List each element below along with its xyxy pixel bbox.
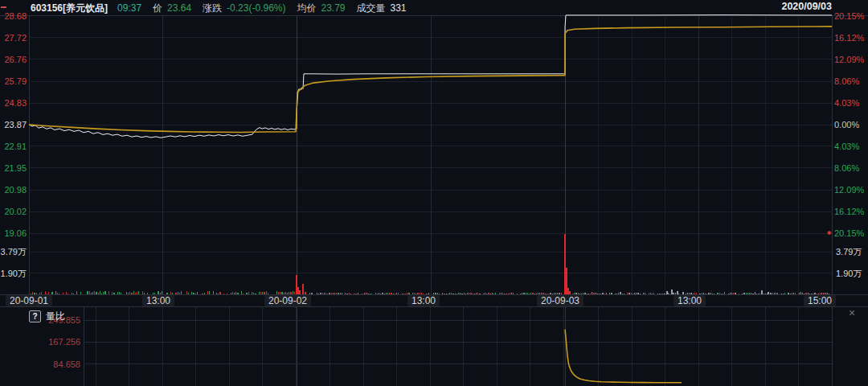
percent-axis-label: 8.06% (834, 163, 859, 172)
star-marker-icon: ✱ (827, 230, 832, 236)
time-axis-label: 13:00 (387, 295, 460, 306)
quote-header: 603156[养元饮品] 09:37 价 23.64 涨跌 -0.23(-0.9… (31, 1, 418, 15)
time-axis-label: 13:00 (122, 295, 194, 306)
close-icon[interactable]: × (849, 306, 855, 319)
time-axis-label: 13:00 (653, 295, 726, 306)
price-axis-label: 25.79 (0, 77, 27, 86)
avg-price-label: 均价 (297, 2, 316, 15)
volume-axis-label: 3.79万 (0, 248, 27, 257)
percent-axis-label: 20.15% (834, 11, 864, 20)
price-axis-label: 26.76 (0, 55, 27, 64)
volume-axis-label: 1.90万 (836, 269, 862, 277)
sub-axis-label: 167.256 (0, 338, 80, 347)
sub-panel-header: ? 量比 (29, 310, 65, 323)
time-axis-label: 20-09-03 (524, 295, 596, 306)
percent-axis-label: 12.09% (834, 55, 864, 64)
sub-panel-title: 量比 (46, 310, 65, 323)
percent-axis-label: 20.15% (834, 229, 864, 238)
current-date: 2020/09/03 (781, 1, 832, 12)
percent-axis-label: 16.12% (834, 33, 864, 42)
price-axis-label: 28.68 (0, 11, 27, 20)
percent-axis-label: 16.12% (834, 207, 864, 216)
stock-chart-window: 603156[养元饮品] 09:37 价 23.64 涨跌 -0.23(-0.9… (0, 0, 868, 386)
percent-axis-label: 4.03% (834, 142, 859, 150)
percent-axis-label: 0.00% (834, 121, 859, 129)
price-value: 23.64 (167, 2, 191, 14)
left-axis-tick (1, 6, 6, 8)
price-axis-label: 23.87 (0, 121, 27, 129)
price-axis-label: 22.91 (0, 142, 27, 150)
symbol-name: 603156[养元饮品] (31, 2, 108, 15)
time-axis-label: 15:00 (784, 295, 856, 306)
help-icon[interactable]: ? (29, 310, 41, 322)
change-value: -0.23(-0.96%) (227, 2, 285, 14)
price-axis-label: 24.83 (0, 99, 27, 108)
volume-axis-label: 3.79万 (836, 248, 862, 257)
volume-axis-label: 1.90万 (0, 269, 27, 277)
volume-value: 331 (391, 2, 407, 14)
sub-axis-label: 84.658 (0, 359, 80, 368)
time-axis-label: 20-09-02 (252, 295, 324, 306)
price-axis-label: 19.06 (0, 229, 27, 238)
cursor-time: 09:37 (117, 2, 141, 14)
change-label: 涨跌 (203, 2, 222, 15)
price-axis-label: 21.95 (0, 163, 27, 172)
time-axis-label: 20-09-01 (0, 295, 65, 306)
price-axis-label: 27.72 (0, 33, 27, 42)
avg-price-value: 23.79 (321, 2, 345, 14)
percent-axis-label: 4.03% (834, 99, 859, 108)
price-label: 价 (153, 2, 162, 15)
chart-canvas[interactable] (0, 0, 868, 386)
percent-axis-label: 12.09% (834, 186, 864, 195)
price-axis-label: 20.02 (0, 207, 27, 216)
price-axis-label: 20.98 (0, 186, 27, 195)
volume-label: 成交量 (357, 2, 386, 15)
percent-axis-label: 8.06% (834, 77, 859, 86)
